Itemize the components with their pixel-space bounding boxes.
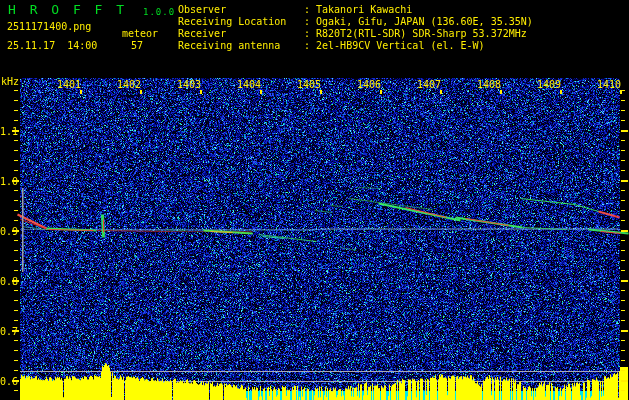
hrofft-window: H R O F F T 1.0.0 2511171400.png meteor … <box>0 0 629 400</box>
app-version: 1.0.0 <box>143 7 175 18</box>
info-label: Receiving antenna <box>178 40 304 51</box>
time-tick-label: 1409 <box>537 79 563 90</box>
freq-tick-label: 1.0 <box>0 176 12 187</box>
time-tick-label: 1408 <box>477 79 503 90</box>
time-tick-label: 1404 <box>237 79 263 90</box>
freq-tick-label: 0.6 <box>0 376 12 387</box>
info-value: : Ogaki, Gifu, JAPAN (136.60E, 35.35N) <box>304 16 533 27</box>
time-tick-label: 1407 <box>417 79 443 90</box>
time-tick-label: 1405 <box>297 79 323 90</box>
station-info-block: Observer: Takanori KawachiReceiving Loca… <box>178 4 533 52</box>
info-label: Observer <box>178 4 304 15</box>
freq-tick-label: 1.1 <box>0 126 12 137</box>
freq-axis-unit: kHz <box>1 76 19 87</box>
station-info-row: Receiving antenna: 2el-HB9CV Vertical (e… <box>178 40 533 52</box>
time-tick-label: 1406 <box>357 79 383 90</box>
info-label: Receiver <box>178 28 304 39</box>
time-tick-label: 1401 <box>57 79 83 90</box>
output-filename: 2511171400.png <box>7 21 91 32</box>
time-tick-label: 1403 <box>177 79 203 90</box>
spectrogram-canvas <box>0 0 629 400</box>
datetime-label: 25.11.17 14:00 <box>7 40 97 51</box>
station-info-row: Observer: Takanori Kawachi <box>178 4 533 16</box>
freq-tick-label: 0.7 <box>0 326 12 337</box>
info-value: : Takanori Kawachi <box>304 4 412 15</box>
info-value: : 2el-HB9CV Vertical (el. E-W) <box>304 40 485 51</box>
station-info-row: Receiver: R820T2(RTL-SDR) SDR-Sharp 53.3… <box>178 28 533 40</box>
station-info-row: Receiving Location: Ogaki, Gifu, JAPAN (… <box>178 16 533 28</box>
freq-tick-label: 0.9 <box>0 226 12 237</box>
freq-tick-label: 0.8 <box>0 276 12 287</box>
echo-count: 57 <box>131 40 143 51</box>
app-title: H R O F F T <box>8 4 127 15</box>
mode-label: meteor <box>122 28 158 39</box>
time-tick-label: 1410 <box>597 79 623 90</box>
info-label: Receiving Location <box>178 16 304 27</box>
time-tick-label: 1402 <box>117 79 143 90</box>
info-value: : R820T2(RTL-SDR) SDR-Sharp 53.372MHz <box>304 28 527 39</box>
